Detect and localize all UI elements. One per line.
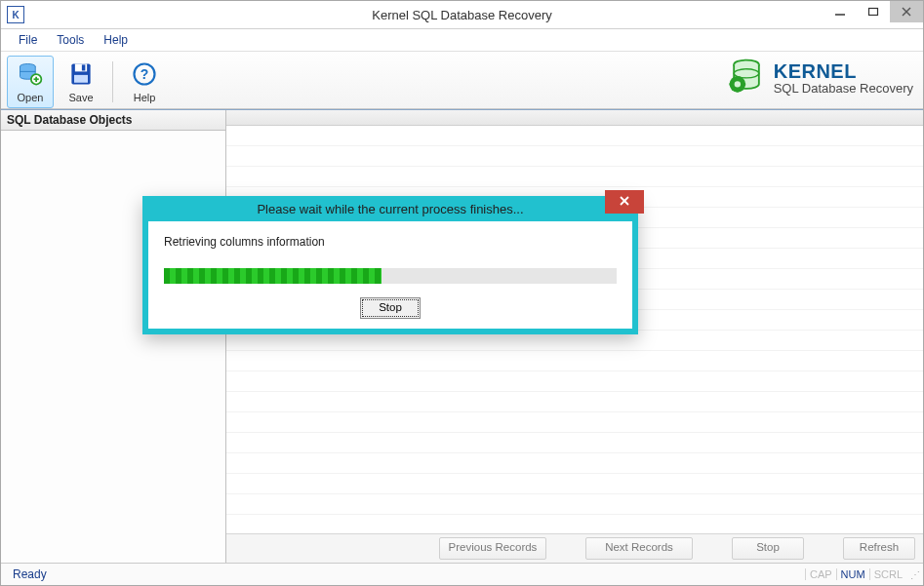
save-icon <box>66 60 96 91</box>
svg-point-18 <box>734 81 740 87</box>
dialog-title: Please wait while the current process fi… <box>257 202 523 216</box>
menu-tools[interactable]: Tools <box>49 31 92 49</box>
brand-logo-icon <box>725 56 768 101</box>
save-label: Save <box>68 92 93 103</box>
dialog-body: Retrieving columns information Stop <box>148 221 632 329</box>
close-icon <box>619 195 630 210</box>
scroll-lock-indicator: SCRL <box>869 568 906 580</box>
toolbar: Open Save ? <box>1 51 923 109</box>
num-lock-indicator: NUM <box>836 568 869 580</box>
brand-text: KERNEL SQL Database Recovery <box>774 61 913 96</box>
sidebar-header: SQL Database Objects <box>1 110 225 131</box>
main-area: SQL Database Objects Previous Records Ne… <box>1 109 923 563</box>
status-indicators: CAP NUM SCRL ⋰ <box>805 568 919 580</box>
menu-file[interactable]: File <box>11 31 45 49</box>
svg-rect-12 <box>74 74 88 82</box>
svg-text:?: ? <box>141 66 149 82</box>
open-label: Open <box>18 92 44 103</box>
dialog-button-row: Stop <box>164 297 617 319</box>
help-button[interactable]: ? Help <box>121 56 168 108</box>
brand: KERNEL SQL Database Recovery <box>725 56 913 101</box>
caps-lock-indicator: CAP <box>805 568 836 580</box>
dialog-title-bar: Please wait while the current process fi… <box>142 196 638 221</box>
svg-rect-11 <box>82 64 86 70</box>
database-open-icon <box>16 60 45 91</box>
content-header-strip <box>226 110 923 126</box>
app-window: K Kernel SQL Database Recovery File Tool… <box>0 0 924 586</box>
toolbar-separator <box>112 61 113 102</box>
pagination-bar: Previous Records Next Records Stop Refre… <box>226 533 923 563</box>
window-title: Kernel SQL Database Recovery <box>1 8 923 22</box>
svg-rect-21 <box>729 83 734 86</box>
sidebar: SQL Database Objects <box>1 110 226 563</box>
svg-rect-1 <box>869 9 878 16</box>
close-button[interactable] <box>890 1 923 22</box>
maximize-button[interactable] <box>857 1 890 22</box>
progress-fill <box>164 268 382 284</box>
dialog-stop-button[interactable]: Stop <box>360 297 421 319</box>
next-records-button[interactable]: Next Records <box>585 537 693 560</box>
minimize-button[interactable] <box>824 1 857 22</box>
brand-title: KERNEL <box>774 61 913 82</box>
status-bar: Ready CAP NUM SCRL ⋰ <box>1 563 923 585</box>
toolbar-group: Open Save ? <box>1 51 174 110</box>
svg-rect-19 <box>736 76 739 81</box>
menu-bar: File Tools Help <box>1 29 923 51</box>
refresh-button[interactable]: Refresh <box>843 537 915 560</box>
svg-rect-20 <box>736 88 739 93</box>
help-label: Help <box>134 92 156 103</box>
title-bar: K Kernel SQL Database Recovery <box>1 1 923 29</box>
dialog-message: Retrieving columns information <box>164 235 617 249</box>
save-button[interactable]: Save <box>58 56 104 108</box>
progress-bar <box>164 268 617 284</box>
content-panel: Previous Records Next Records Stop Refre… <box>226 110 923 563</box>
brand-subtitle: SQL Database Recovery <box>774 82 913 96</box>
help-icon: ? <box>130 60 159 91</box>
progress-dialog: Please wait while the current process fi… <box>142 196 638 334</box>
svg-rect-22 <box>741 83 745 86</box>
menu-help[interactable]: Help <box>96 31 136 49</box>
open-button[interactable]: Open <box>7 56 54 108</box>
status-text: Ready <box>5 567 47 581</box>
resize-grip-icon[interactable]: ⋰ <box>910 569 919 580</box>
app-icon: K <box>7 6 24 23</box>
previous-records-button[interactable]: Previous Records <box>439 537 546 560</box>
stop-button[interactable]: Stop <box>732 537 804 560</box>
window-controls <box>824 1 923 22</box>
dialog-close-button[interactable] <box>605 190 644 214</box>
